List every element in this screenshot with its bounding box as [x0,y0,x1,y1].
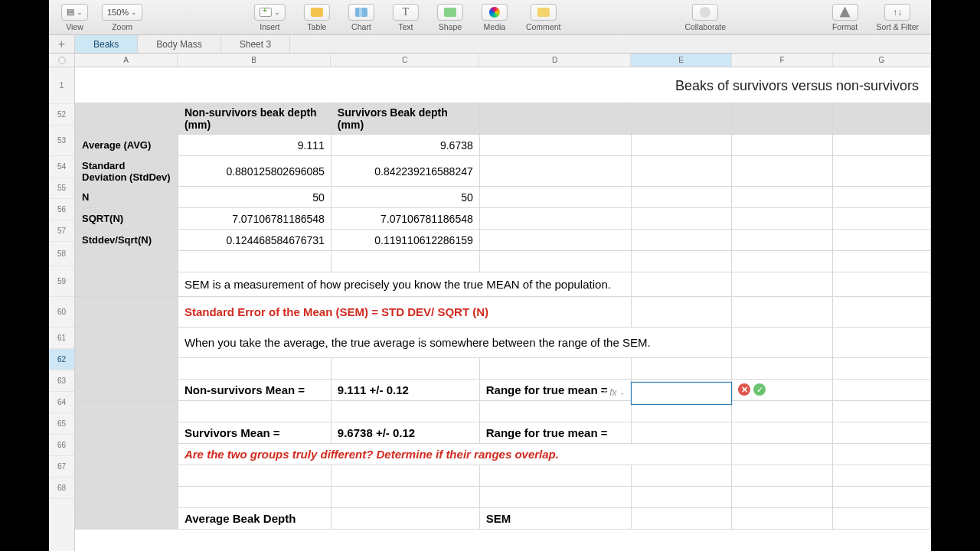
tab-sheet-3[interactable]: Sheet 3 [221,35,290,53]
text-icon: T [403,6,410,18]
fx-dot-icon: • [603,387,606,398]
zoom-select[interactable]: 150%⌄ [102,4,142,21]
table-label: Table [307,22,326,31]
ns-mean-label[interactable]: Non-survivors Mean = [178,380,331,401]
sem-description[interactable]: SEM is a measurement of how precisely yo… [178,272,631,297]
chevron-down-icon: ⌄ [619,389,626,396]
cell[interactable]: 50 [331,187,479,208]
col-header-f[interactable]: F [732,54,833,67]
comment-button[interactable] [531,4,557,21]
col-header-g[interactable]: G [833,54,931,67]
tab-beaks[interactable]: Beaks [75,35,138,53]
header-survivors[interactable]: Survivors Beak depth (mm) [331,103,479,135]
row-header[interactable]: 56 [49,199,74,220]
collaborate-label: Collaborate [684,22,726,31]
shape-label: Shape [439,22,462,31]
row-header[interactable]: 1 [49,67,74,104]
sheet-tabs: + Beaks Body Mass Sheet 3 [49,35,931,54]
zoom-value: 150% [107,8,129,17]
row-header[interactable]: 58 [49,242,74,266]
collaborate-button[interactable] [692,4,718,21]
row-label-n[interactable]: N [76,187,178,208]
cell[interactable]: 0.124468584676731 [178,230,331,251]
toolbar: ▤⌄ View 150%⌄ Zoom ⌄Insert Table Chart T… [49,0,931,35]
row-header[interactable]: 65 [49,413,74,435]
corner-icon [58,57,66,64]
bottom-avg-label[interactable]: Average Beak Depth [178,508,331,530]
formula-hint: • fx ⌄ [603,384,626,401]
view-button[interactable]: ▤⌄ [61,4,88,21]
shape-button[interactable] [437,4,463,21]
row-label-sdsn[interactable]: Stddev/Sqrt(N) [76,230,178,251]
cell[interactable]: 0.119110612286159 [331,230,479,251]
insert-button[interactable]: ⌄ [254,4,286,21]
row-header[interactable]: 55 [49,178,74,199]
chart-button[interactable] [348,4,374,21]
zoom-label: Zoom [112,22,132,31]
col-header-e[interactable]: E [631,54,732,67]
cell[interactable]: 7.07106781186548 [178,208,331,230]
fx-icon: fx [609,387,616,398]
cell[interactable]: 7.07106781186548 [331,208,479,230]
view-label: View [66,22,83,31]
row-header[interactable]: 53 [49,126,74,156]
row-header[interactable]: 63 [49,370,74,392]
sv-mean-label[interactable]: Survivors Mean = [178,422,331,444]
row-label-avg[interactable]: Average (AVG) [76,135,178,156]
col-header-b[interactable]: B [178,54,331,67]
col-header-d[interactable]: D [479,54,631,67]
text-button[interactable]: T [393,4,419,21]
formula-actions: ✕ ✓ [735,383,766,396]
cell[interactable]: 9.6738 [331,135,479,156]
cell[interactable]: 9.111 [178,135,331,156]
sem-formula[interactable]: Standard Error of the Mean (SEM) = STD D… [178,297,631,328]
grid-wrap: 1 52 53 54 55 56 57 58 59 60 61 62 63 64… [49,67,931,551]
format-button[interactable] [832,4,858,21]
accept-formula-button[interactable]: ✓ [753,383,766,396]
media-button[interactable] [482,4,508,21]
row-header[interactable]: 66 [49,435,74,456]
row-header[interactable]: 67 [49,456,74,478]
row-header[interactable]: 61 [49,328,74,349]
avg-description[interactable]: When you take the average, the true aver… [178,328,731,358]
row-label-sd[interactable]: Standard Deviation (StdDev) [76,156,178,187]
row-header-active[interactable]: 62 [49,349,74,370]
row-header[interactable]: 64 [49,392,74,413]
sort-filter-button[interactable]: ↑↓ [884,4,910,21]
sv-range-label[interactable]: Range for true mean = [479,422,631,444]
row-header[interactable]: 57 [49,220,74,242]
format-label: Format [832,22,858,31]
comment-label: Comment [526,22,561,31]
cell-editor[interactable] [631,382,732,405]
table-title: Beaks of survivors versus non-survivors [675,78,919,94]
cell[interactable]: 0.842239216588247 [331,156,479,187]
media-icon [489,7,500,18]
table-button[interactable] [304,4,330,21]
row-header[interactable]: 59 [49,266,74,297]
col-header-a[interactable]: A [75,54,178,67]
select-all-corner[interactable] [49,54,75,67]
bottom-sem-label[interactable]: SEM [479,508,631,530]
cell[interactable]: 0.880125802696085 [178,156,331,187]
question-text[interactable]: Are the two groups truly different? Dete… [178,444,731,465]
tab-body-mass[interactable]: Body Mass [138,35,220,53]
row-header[interactable]: 52 [49,104,74,126]
row-header[interactable]: 60 [49,297,74,328]
cell[interactable]: 50 [178,187,331,208]
insert-label: Insert [260,22,279,31]
media-label: Media [484,22,506,31]
sv-mean-value[interactable]: 9.6738 +/- 0.12 [331,422,479,444]
column-headers: A B C D E F G [49,54,931,67]
sort-icon: ↑↓ [893,7,902,18]
row-headers: 1 52 53 54 55 56 57 58 59 60 61 62 63 64… [49,67,75,551]
col-header-c[interactable]: C [331,54,479,67]
ns-mean-value[interactable]: 9.111 +/- 0.12 [331,380,479,401]
header-nonsurvivors[interactable]: Non-survivors beak depth (mm) [178,103,331,135]
cancel-formula-button[interactable]: ✕ [738,383,750,396]
row-header[interactable]: 68 [49,478,74,499]
row-header[interactable]: 54 [49,156,74,178]
table-icon [311,8,323,17]
add-sheet-button[interactable]: + [49,35,75,53]
grid[interactable]: Beaks of survivors versus non-survivors … [75,67,931,551]
row-label-sqrtn[interactable]: SQRT(N) [76,208,178,230]
